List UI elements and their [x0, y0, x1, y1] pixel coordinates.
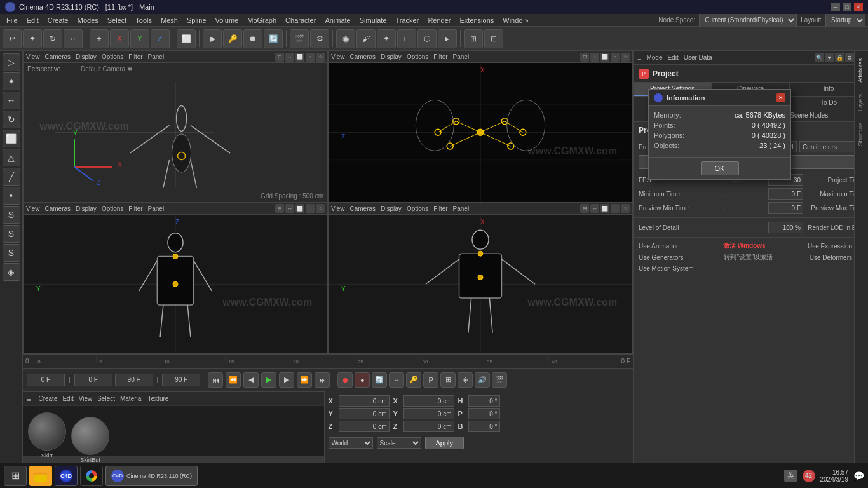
vp-r-icon-2[interactable]: ↔	[285, 204, 294, 213]
minimize-button[interactable]: ─	[831, 3, 840, 11]
tb-keyframe[interactable]: 🔑	[223, 29, 242, 48]
mat-select[interactable]: Select	[97, 395, 115, 402]
chrome-button[interactable]	[80, 466, 103, 486]
btn-bounce[interactable]: ↔	[389, 372, 404, 388]
mat-view[interactable]: View	[79, 395, 93, 402]
vp-f-options[interactable]: Options	[407, 205, 428, 212]
tb-record[interactable]: ⏺	[243, 29, 262, 48]
info-close-button[interactable]: ✕	[776, 93, 785, 102]
vp-r-icon-1[interactable]: ⊞	[275, 204, 284, 213]
coord-y-input[interactable]	[339, 408, 390, 419]
lp-move[interactable]: ✦	[3, 72, 20, 90]
vp-p-panel[interactable]: Panel	[148, 53, 165, 60]
lp-edge[interactable]: ╱	[3, 168, 20, 186]
tb-anim[interactable]: ▶	[203, 29, 222, 48]
end-frame-input[interactable]	[115, 374, 153, 386]
c4d-taskbar-button[interactable]: C4D	[55, 466, 78, 486]
lp-uv[interactable]: S	[3, 206, 20, 224]
tb-undo[interactable]: ↩	[3, 29, 22, 48]
btn-prev-frame[interactable]: ◀	[243, 372, 259, 388]
col-tab-structure[interactable]: Structure	[856, 118, 867, 151]
vp-t-icon-1[interactable]: ⊞	[580, 53, 589, 62]
vp-p-icon-5[interactable]: ☆	[316, 53, 325, 62]
btn-go-start[interactable]: ⏮	[208, 372, 223, 388]
vp-p-filter[interactable]: Filter	[128, 53, 142, 60]
vp-r-panel[interactable]: Panel	[148, 205, 165, 212]
btn-loop[interactable]: 🔄	[372, 372, 387, 388]
menu-file[interactable]: File	[3, 15, 22, 25]
menu-render[interactable]: Render	[424, 15, 454, 25]
lp-scale[interactable]: ↔	[3, 92, 20, 109]
coord-z-input[interactable]	[339, 421, 390, 432]
vp-p-options[interactable]: Options	[102, 53, 123, 60]
tb-model[interactable]: ◉	[336, 29, 355, 48]
vp-f-display[interactable]: Display	[381, 205, 402, 212]
vp-t-filter[interactable]: Filter	[433, 53, 447, 60]
tb-axis-y[interactable]: Y	[130, 29, 149, 48]
attr-lock-icon[interactable]: 🔒	[835, 53, 844, 62]
btn-pg[interactable]: P	[423, 372, 438, 388]
vp-f-icon-5[interactable]: ☆	[621, 204, 630, 213]
notification-badge[interactable]: 42	[803, 470, 815, 482]
mat-create[interactable]: Create	[38, 395, 57, 402]
col-tab-attributes[interactable]: Attributes	[856, 53, 867, 88]
close-button[interactable]: ✕	[854, 3, 863, 11]
vp-t-icon-4[interactable]: ○	[611, 53, 620, 62]
vp-p-icon-4[interactable]: ○	[306, 53, 315, 62]
vp-p-cameras[interactable]: Cameras	[45, 53, 71, 60]
tb-more[interactable]: ▸	[438, 29, 457, 48]
vp-t-display[interactable]: Display	[381, 53, 402, 60]
btn-record[interactable]: ⏺	[337, 372, 353, 388]
col-tab-layers[interactable]: Layers	[856, 89, 867, 116]
menu-animate[interactable]: Animate	[321, 15, 354, 25]
coord-sx-input[interactable]	[403, 395, 454, 407]
coord-x-input[interactable]	[339, 395, 390, 407]
info-ok-button[interactable]: OK	[701, 161, 739, 175]
btn-auto-key[interactable]: ●	[355, 372, 370, 388]
btn-next-frame[interactable]: ▶	[279, 372, 294, 388]
vp-t-panel[interactable]: Panel	[453, 53, 470, 60]
attr-user-data[interactable]: User Data	[684, 54, 712, 61]
lp-point[interactable]: •	[3, 187, 20, 205]
vp-r-display[interactable]: Display	[76, 205, 97, 212]
vp-r-view[interactable]: View	[26, 205, 40, 212]
lp-pointer[interactable]: ▷	[3, 53, 20, 71]
btn-go-end[interactable]: ⏭	[315, 372, 330, 388]
lp-obj[interactable]: ⬜	[3, 130, 20, 147]
node-space-select[interactable]: Current (Standard/Physical)	[699, 13, 797, 27]
vp-r-options[interactable]: Options	[102, 205, 123, 212]
vp-f-panel[interactable]: Panel	[453, 205, 470, 212]
tb-grid[interactable]: ⊞	[464, 29, 483, 48]
material-skirtbut[interactable]: SkirtBut	[71, 417, 109, 455]
tb-renderset[interactable]: ⚙	[310, 29, 329, 48]
mat-hamburger[interactable]: ≡	[27, 395, 31, 403]
lp-uv3[interactable]: S	[3, 244, 20, 262]
btn-next-key[interactable]: ⏩	[297, 372, 312, 388]
btn-all[interactable]: ⊞	[440, 372, 456, 388]
viewport-right[interactable]: View Cameras Display Options Filter Pane…	[23, 203, 328, 355]
tb-axis-z[interactable]: Z	[151, 29, 170, 48]
coord-mode-select[interactable]: Scale Move	[377, 437, 421, 449]
tb-snap[interactable]: ⊡	[484, 29, 503, 48]
viewport-perspective[interactable]: View Cameras Display Options Filter Pane…	[23, 51, 328, 203]
mat-texture[interactable]: Texture	[148, 395, 169, 402]
lang-indicator[interactable]: 英	[784, 470, 797, 482]
menu-extensions[interactable]: Extensions	[456, 15, 498, 25]
lod-input[interactable]	[768, 222, 803, 233]
timeline-ruler-track[interactable]: 0 5 10 15 20 25 30 35	[32, 356, 619, 367]
tb-deform[interactable]: ⬡	[417, 29, 437, 48]
tb-uvw[interactable]: □	[397, 29, 416, 48]
attr-hamburger[interactable]: ≡	[637, 54, 641, 62]
menu-modes[interactable]: Modes	[74, 15, 102, 25]
menu-select[interactable]: Select	[104, 15, 131, 25]
btn-cam[interactable]: 🎬	[492, 372, 507, 388]
layout-select[interactable]: Startup	[825, 13, 865, 27]
menu-spline[interactable]: Spline	[183, 15, 210, 25]
notification-center[interactable]: 💬	[853, 471, 864, 481]
btn-motion[interactable]: ◈	[458, 372, 473, 388]
mat-edit[interactable]: Edit	[62, 395, 73, 402]
file-explorer-button[interactable]	[29, 466, 52, 486]
start-frame-input[interactable]	[74, 374, 112, 386]
menu-mesh[interactable]: Mesh	[157, 15, 182, 25]
vp-p-icon-3[interactable]: ⬜	[295, 53, 304, 62]
